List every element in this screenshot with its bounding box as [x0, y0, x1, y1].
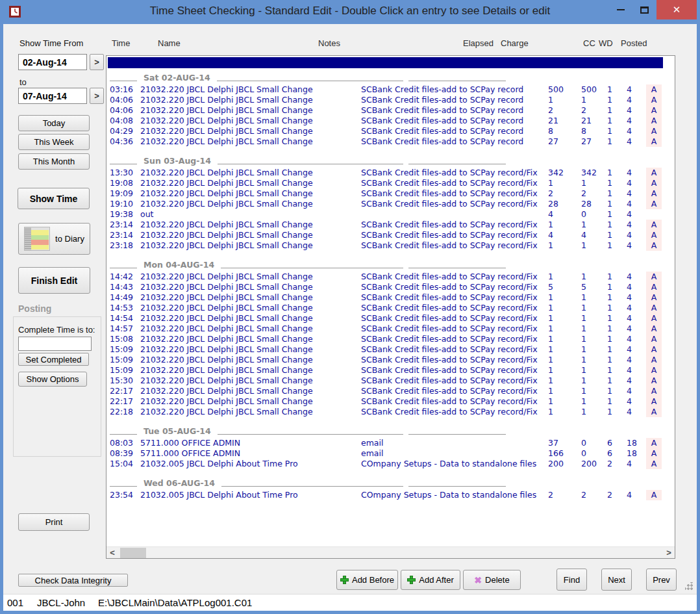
today-button[interactable]: Today	[18, 115, 90, 131]
timesheet-row[interactable]: 03:1621032.220 JBCL Delphi JBCL Small Ch…	[106, 84, 675, 95]
check-data-integrity-button[interactable]: Check Data Integrity	[18, 574, 128, 587]
timesheet-row[interactable]: 04:0621032.220 JBCL Delphi JBCL Small Ch…	[106, 105, 675, 116]
cell-cc: 1	[607, 230, 627, 240]
cell-charge: 500	[581, 84, 607, 95]
timesheet-row[interactable]: 04:0821032.220 JBCL Delphi JBCL Small Ch…	[106, 116, 675, 126]
close-button[interactable]: ✕	[656, 0, 697, 19]
selected-row-highlight[interactable]	[108, 57, 663, 68]
timesheet-row[interactable]: 19:0821032.220 JBCL Delphi JBCL Small Ch…	[106, 178, 675, 188]
cell-charge: 4	[581, 230, 607, 240]
cell-name: 21032.220 JBCL Delphi JBCL Small Change	[140, 376, 361, 386]
timesheet-row[interactable]: 08:035711.000 OFFICE ADMINemail370618A	[106, 438, 675, 448]
cell-wd: 4	[627, 116, 646, 126]
find-button[interactable]: Find	[556, 569, 587, 591]
cell-time: 23:18	[110, 240, 140, 251]
timesheet-row[interactable]: 23:1421032.220 JBCL Delphi JBCL Small Ch…	[106, 230, 675, 240]
next-button[interactable]: Next	[601, 569, 632, 591]
cell-cc: 2	[607, 459, 627, 469]
timesheet-row[interactable]: 08:395711.000 OFFICE ADMINemail1660618A	[106, 448, 675, 459]
timesheet-row[interactable]: 15:0921032.220 JBCL Delphi JBCL Small Ch…	[106, 355, 675, 365]
prev-button[interactable]: Prev	[646, 569, 677, 591]
timesheet-row[interactable]: 22:1721032.220 JBCL Delphi JBCL Small Ch…	[106, 386, 675, 396]
timesheet-row[interactable]: 22:1721032.220 JBCL Delphi JBCL Small Ch…	[106, 396, 675, 407]
timesheet-table[interactable]: Sat 02-AUG-1403:1621032.220 JBCL Delphi …	[106, 55, 675, 559]
date-to-field[interactable]: 07-Aug-14	[18, 88, 87, 104]
timesheet-row[interactable]: 22:1821032.220 JBCL Delphi JBCL Small Ch…	[106, 407, 675, 417]
print-button[interactable]: Print	[18, 513, 90, 531]
cell-elapsed: 1	[548, 292, 581, 303]
scrollbar-thumb[interactable]	[120, 548, 146, 558]
timesheet-row[interactable]: 14:5721032.220 JBCL Delphi JBCL Small Ch…	[106, 324, 675, 334]
client-area: Show Time From 02-Aug-14 > to 07-Aug-14 …	[3, 24, 697, 611]
cell-name: 21032.220 JBCL Delphi JBCL Small Change	[140, 386, 361, 396]
delete-button[interactable]: ✖ Delete	[463, 570, 521, 590]
timesheet-row[interactable]: 14:4921032.220 JBCL Delphi JBCL Small Ch…	[106, 292, 675, 303]
timesheet-row[interactable]: 15:0421032.005 JBCL Delphi About Time Pr…	[106, 459, 675, 469]
timesheet-row[interactable]: 14:5421032.220 JBCL Delphi JBCL Small Ch…	[106, 313, 675, 324]
to-diary-button[interactable]: to Diary	[18, 223, 90, 255]
status-user: JBCL-John	[37, 597, 85, 608]
maximize-button[interactable]	[632, 0, 656, 19]
cell-time: 22:18	[110, 407, 140, 417]
add-after-button[interactable]: Add After	[401, 570, 460, 590]
date-to-next-button[interactable]: >	[90, 88, 104, 104]
timesheet-row[interactable]: 15:3021032.220 JBCL Delphi JBCL Small Ch…	[106, 376, 675, 386]
cell-elapsed: 1	[548, 334, 581, 344]
timesheet-row[interactable]: 19:38out4014	[106, 209, 675, 220]
scroll-right-icon[interactable]: >	[663, 547, 675, 558]
show-time-button[interactable]: Show Time	[18, 188, 90, 209]
timesheet-row[interactable]: 23:1421032.220 JBCL Delphi JBCL Small Ch…	[106, 220, 675, 230]
cell-notes: SCBank Credit files-add to SCPay record/…	[361, 199, 548, 209]
posting-group-label: Posting	[18, 303, 51, 314]
date-group-header: Sun 03-Aug-14	[106, 156, 675, 166]
cell-notes: SCBank Credit files-add to SCPay record	[361, 84, 548, 95]
timesheet-row[interactable]: 23:1821032.220 JBCL Delphi JBCL Small Ch…	[106, 240, 675, 251]
to-label: to	[19, 77, 27, 87]
resize-grip[interactable]	[685, 582, 693, 590]
timesheet-row[interactable]: 04:0621032.220 JBCL Delphi JBCL Small Ch…	[106, 95, 675, 105]
cell-name: 21032.220 JBCL Delphi JBCL Small Change	[140, 95, 361, 105]
timesheet-row[interactable]: 14:4321032.220 JBCL Delphi JBCL Small Ch…	[106, 282, 675, 292]
cell-notes: SCBank Credit files-add to SCPay record/…	[361, 240, 548, 251]
cell-notes: SCBank Credit files-add to SCPay record/…	[361, 334, 548, 344]
date-from-field[interactable]: 02-Aug-14	[18, 54, 87, 70]
cell-cc: 1	[607, 188, 627, 199]
timesheet-row[interactable]: 14:4221032.220 JBCL Delphi JBCL Small Ch…	[106, 272, 675, 282]
minimize-button[interactable]	[609, 0, 632, 19]
add-before-button[interactable]: Add Before	[336, 570, 398, 590]
timesheet-row[interactable]: 04:2921032.220 JBCL Delphi JBCL Small Ch…	[106, 126, 675, 136]
set-completed-button[interactable]: Set Completed	[18, 353, 89, 366]
cell-cc: 1	[607, 272, 627, 282]
cell-name: 21032.005 JBCL Delphi About Time Pro	[140, 459, 361, 469]
cell-wd: 4	[627, 95, 646, 105]
timesheet-row[interactable]: 19:1021032.220 JBCL Delphi JBCL Small Ch…	[106, 199, 675, 209]
timesheet-row[interactable]: 19:0921032.220 JBCL Delphi JBCL Small Ch…	[106, 188, 675, 199]
cell-posted: A	[646, 168, 662, 178]
show-options-button[interactable]: Show Options	[18, 372, 87, 387]
timesheet-row[interactable]: 13:3021032.220 JBCL Delphi JBCL Small Ch…	[106, 168, 675, 178]
this-week-button[interactable]: This Week	[18, 134, 90, 150]
horizontal-scrollbar[interactable]: < >	[106, 546, 675, 558]
title-bar: Time Sheet Checking - Standard Edit - Do…	[0, 0, 700, 24]
timesheet-row[interactable]: 04:3621032.220 JBCL Delphi JBCL Small Ch…	[106, 136, 675, 147]
date-from-next-button[interactable]: >	[90, 54, 104, 70]
timesheet-row[interactable]: 15:0921032.220 JBCL Delphi JBCL Small Ch…	[106, 365, 675, 376]
date-group-header: Sat 02-AUG-14	[106, 73, 675, 83]
timesheet-row[interactable]: 14:5321032.220 JBCL Delphi JBCL Small Ch…	[106, 303, 675, 313]
delete-x-icon: ✖	[474, 575, 482, 585]
cell-posted: A	[646, 459, 662, 469]
cell-elapsed: 21	[548, 116, 581, 126]
timesheet-row[interactable]: 15:0821032.220 JBCL Delphi JBCL Small Ch…	[106, 334, 675, 344]
timesheet-row[interactable]: 23:5421032.005 JBCL Delphi About Time Pr…	[106, 490, 675, 500]
scroll-left-icon[interactable]: <	[106, 547, 118, 558]
cell-cc: 1	[607, 126, 627, 136]
cell-posted: A	[646, 126, 662, 136]
complete-time-input[interactable]	[18, 337, 92, 351]
finish-edit-button[interactable]: Finish Edit	[18, 267, 90, 294]
timesheet-row[interactable]: 15:0921032.220 JBCL Delphi JBCL Small Ch…	[106, 344, 675, 355]
cell-name: 21032.220 JBCL Delphi JBCL Small Change	[140, 344, 361, 355]
cell-notes: SCBank Credit files-add to SCPay record/…	[361, 168, 548, 178]
cell-name: 21032.220 JBCL Delphi JBCL Small Change	[140, 220, 361, 230]
this-month-button[interactable]: This Month	[18, 153, 90, 170]
cell-elapsed: 5	[548, 282, 581, 292]
